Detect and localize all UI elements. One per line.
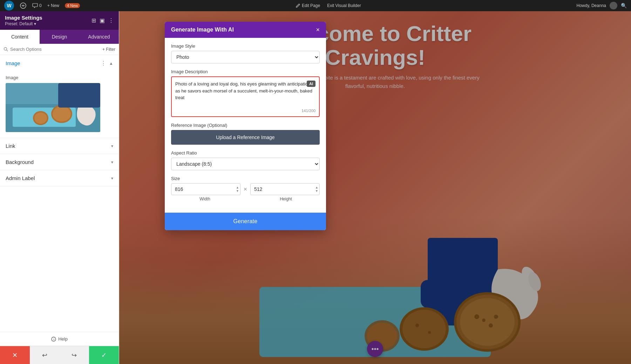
aspect-ratio-select[interactable]: Landscape (8:5) [171,158,320,170]
size-group: Size 816 ▲ ▼ ✕ [171,176,320,201]
howdy-text: Howdy, Deanna [577,3,606,8]
section-background: Background ▾ [0,154,119,170]
size-x-separator: ✕ [243,186,247,192]
section-image-header[interactable]: Image ⋮ ▲ [0,55,119,71]
user-avatar[interactable] [610,2,617,9]
height-up-btn[interactable]: ▲ [315,186,318,189]
responsive-icon[interactable]: ⊞ [91,17,96,24]
admin-bar-right: Howdy, Deanna 🔍 [577,2,627,9]
main-layout: Image Settings Preset: Default ▾ ⊞ ▣ ⋮ C… [0,11,631,364]
preview-image-svg [6,83,100,132]
section-admin-label-header[interactable]: Admin Label ▾ [0,170,119,186]
sidebar-header: Image Settings Preset: Default ▾ ⊞ ▣ ⋮ [0,11,119,30]
section-background-header[interactable]: Background ▾ [0,154,119,170]
char-count: 141/200 [175,109,316,113]
upload-reference-button[interactable]: Upload a Reference Image [171,130,320,145]
close-button[interactable]: ✕ [0,346,30,364]
wp-admin-bar: W 0 + New 4 New Edit Page Exit Visual Bu… [0,0,631,11]
svg-point-1 [4,48,7,50]
section-link-chevron[interactable]: ▾ [111,144,113,149]
svg-rect-11 [69,97,93,108]
image-description-textarea[interactable]: Photo of a loving and loyal dog, his eye… [175,81,316,106]
main-content: Welcome to Critter Cravings! Cravings, w… [119,11,631,364]
svg-text:?: ? [53,338,55,341]
section-admin-label: Admin Label ▾ [0,170,119,186]
admin-bar-center: Edit Page Exit Visual Builder [296,3,361,8]
search-icon[interactable]: 🔍 [621,3,627,8]
width-down-btn[interactable]: ▼ [236,190,239,193]
tab-advanced[interactable]: Advanced [79,30,119,44]
sidebar: Image Settings Preset: Default ▾ ⊞ ▣ ⋮ C… [0,11,119,364]
sidebar-footer: ? Help [0,332,119,346]
section-image: Image ⋮ ▲ Image [0,55,119,138]
help-button[interactable]: ? Help [51,336,68,342]
image-section-content: Image [0,71,119,138]
image-description-group: Image Description Photo of a loving and … [171,69,320,117]
image-style-group: Image Style Photo [171,43,320,63]
modal-overlay: Generate Image With AI × Image Style Pho… [119,11,631,364]
ai-assist-button[interactable]: AI [307,81,316,87]
section-collapse-icon[interactable]: ▲ [109,61,113,66]
width-spinners: ▲ ▼ [236,186,239,193]
modal-footer: Generate [165,213,326,230]
height-input[interactable]: 512 [250,183,320,195]
sidebar-title: Image Settings [5,15,42,21]
size-label: Size [171,176,320,181]
search-options-input[interactable] [10,47,100,52]
image-description-label: Image Description [171,69,320,74]
width-input-wrap: 816 ▲ ▼ [171,183,240,195]
modal-close-button[interactable]: × [316,27,320,33]
svg-point-7 [53,106,71,122]
section-link: Link ▾ [0,138,119,154]
image-style-label: Image Style [171,43,320,49]
reference-image-label: Reference Image (Optional) [171,123,320,128]
tab-design[interactable]: Design [40,30,79,44]
height-label: Height [252,197,320,201]
chevron-down-icon: ▾ [34,21,36,26]
section-admin-label-chevron[interactable]: ▾ [111,176,113,181]
image-field-label: Image [6,75,113,80]
modal-header: Generate Image With AI × [165,22,326,38]
comment-count[interactable]: 0 [32,3,42,8]
generate-button[interactable]: Generate [165,213,326,230]
width-input[interactable]: 816 [171,183,240,195]
height-spinners: ▲ ▼ [315,186,318,193]
sidebar-tabs: Content Design Advanced [0,30,119,44]
image-preview[interactable] [6,83,100,132]
size-labels: Width Height [171,197,320,201]
edit-page-btn[interactable]: Edit Page [296,3,320,8]
width-label: Width [171,197,239,201]
page-background: Welcome to Critter Cravings! Cravings, w… [119,11,631,364]
filter-button[interactable]: + Filter [102,47,115,52]
layout-icon[interactable]: ▣ [100,17,105,24]
generate-ai-modal: Generate Image With AI × Image Style Pho… [165,22,326,230]
height-input-wrap: 512 ▲ ▼ [250,183,320,195]
svg-point-9 [34,112,47,124]
sidebar-preset[interactable]: Preset: Default ▾ [5,21,42,26]
sidebar-search-bar: + Filter [0,44,119,55]
height-down-btn[interactable]: ▼ [315,190,318,193]
section-more-icon[interactable]: ⋮ [101,60,106,67]
save-button[interactable]: ✓ [89,346,119,364]
more-options-icon[interactable]: ⋮ [108,17,114,24]
svg-line-2 [7,50,8,51]
sidebar-content: Image ⋮ ▲ Image [0,55,119,332]
exit-visual-builder-btn[interactable]: Exit Visual Builder [327,3,361,8]
aspect-ratio-label: Aspect Ratio [171,150,320,156]
redo-button[interactable]: ↪ [60,346,89,364]
section-link-header[interactable]: Link ▾ [0,138,119,154]
sidebar-header-icons: ⊞ ▣ ⋮ [91,17,114,24]
modal-title: Generate Image With AI [171,27,234,33]
width-up-btn[interactable]: ▲ [236,186,239,189]
image-preview-inner [6,83,100,132]
wordpress-site-icon[interactable] [20,2,27,9]
new-content-btn[interactable]: + New [47,3,59,8]
image-style-select[interactable]: Photo [171,51,320,63]
undo-button[interactable]: ↩ [30,346,60,364]
modal-body: Image Style Photo Image Description Phot… [165,38,326,213]
section-background-chevron[interactable]: ▾ [111,160,113,165]
aspect-ratio-group: Aspect Ratio Landscape (8:5) [171,150,320,170]
wordpress-logo[interactable]: W [4,1,14,11]
tab-content[interactable]: Content [0,30,40,44]
bottom-action-bar: ✕ ↩ ↪ ✓ [0,346,119,364]
